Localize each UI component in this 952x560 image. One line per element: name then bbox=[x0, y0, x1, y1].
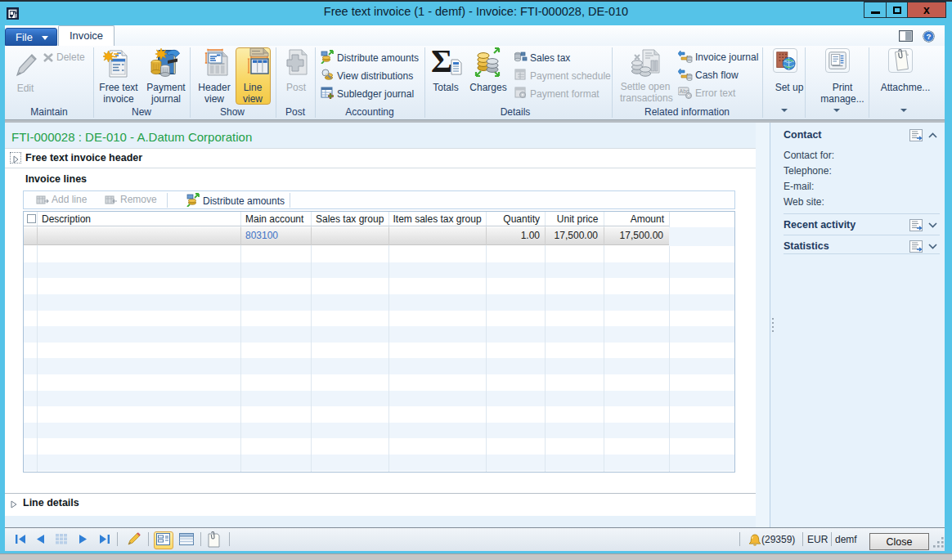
svg-text:?: ? bbox=[927, 32, 932, 41]
